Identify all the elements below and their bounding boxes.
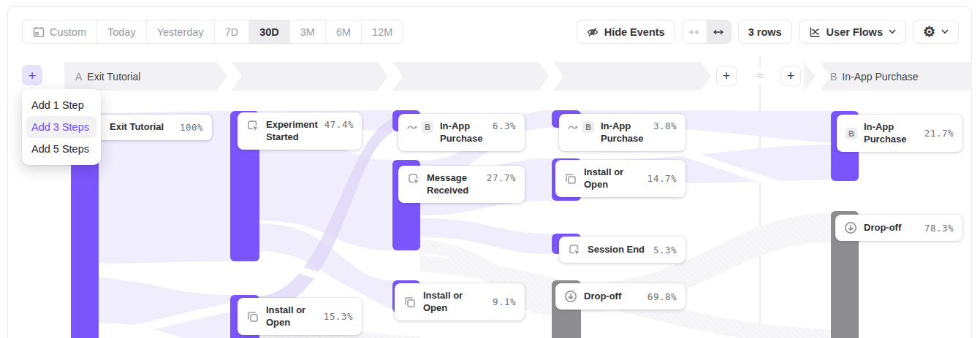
- copy-windows-icon: [246, 310, 259, 323]
- flow-node-in-app-purchase-21[interactable]: B In-App Purchase 21.7%: [837, 115, 962, 152]
- menu-item-add-1-step[interactable]: Add 1 Step: [26, 94, 96, 116]
- flow-node-session-end[interactable]: Session End 5.3%: [559, 237, 685, 263]
- drop-off-icon: [844, 221, 857, 234]
- metric-b-badge: B: [846, 128, 857, 139]
- copy-windows-icon: [403, 296, 417, 309]
- metric-b-badge: B: [582, 121, 594, 133]
- user-flows-page: Custom Today Yesterday 7D 30D 3M 6M 12M …: [0, 0, 980, 338]
- flow-node-install-or-open-15[interactable]: Install or Open 15.3%: [238, 298, 362, 335]
- flow-node-message-received[interactable]: Message Received 27.7%: [398, 166, 525, 203]
- menu-item-add-5-steps[interactable]: Add 5 Steps: [26, 138, 96, 160]
- menu-item-add-3-steps[interactable]: Add 3 Steps: [26, 116, 96, 138]
- flow-node-experiment-started[interactable]: Experiment Started 47.4%: [238, 112, 362, 150]
- add-steps-menu: Add 1 Step Add 3 Steps Add 5 Steps: [22, 89, 101, 165]
- click-event-icon: [568, 243, 581, 256]
- click-event-icon: [407, 172, 420, 185]
- drop-off-icon: [564, 290, 577, 303]
- flow-node-in-app-purchase-6[interactable]: B In-App Purchase 6.3%: [398, 114, 525, 151]
- add-steps-left-button[interactable]: +: [22, 65, 42, 85]
- flow-node-drop-off-78[interactable]: Drop-off 78.3%: [835, 215, 962, 241]
- metric-b-badge: B: [422, 121, 433, 133]
- click-event-icon: [246, 119, 259, 132]
- flow-node-install-or-open-9[interactable]: Install or Open 9.1%: [395, 283, 525, 320]
- flow-node-exit-tutorial[interactable]: Exit Tutorial 100%: [88, 115, 212, 140]
- panel-break-symbol: ≈: [752, 68, 768, 84]
- copy-windows-icon: [564, 172, 577, 185]
- flow-node-install-or-open-14[interactable]: Install or Open 14.7%: [555, 160, 685, 197]
- flow-node-in-app-purchase-3[interactable]: B In-App Purchase 3.8%: [559, 114, 685, 151]
- flow-jump-arrow-icon: [407, 120, 417, 134]
- flow-jump-arrow-icon: [568, 120, 578, 134]
- plus-icon: +: [28, 69, 36, 82]
- flow-node-drop-off-69[interactable]: Drop-off 69.8%: [555, 283, 685, 310]
